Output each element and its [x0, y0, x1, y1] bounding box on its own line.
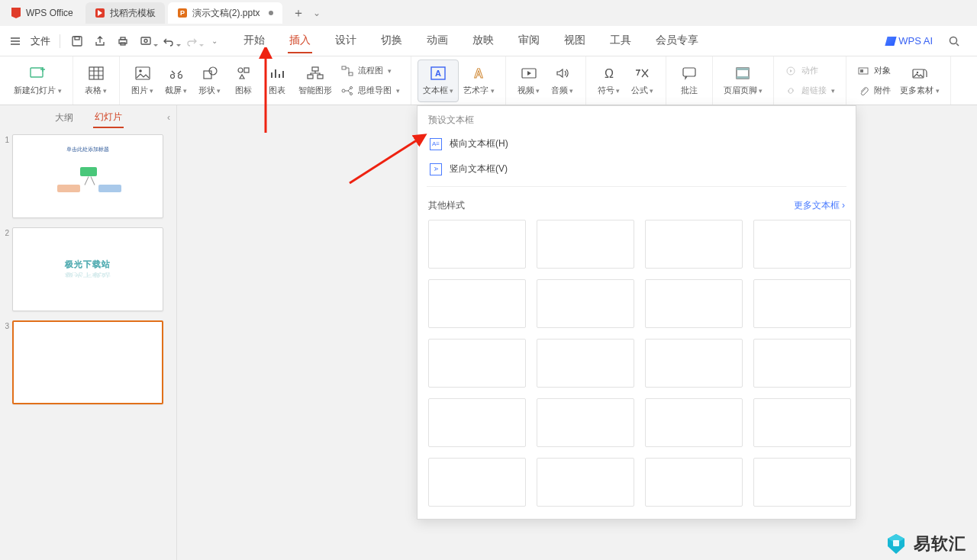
quickaccess-more-button[interactable]: ⌄: [204, 31, 225, 52]
textbox-style-item[interactable]: [537, 458, 634, 507]
svg-rect-8: [141, 37, 150, 44]
textbox-style-item[interactable]: [645, 398, 743, 447]
redo-button[interactable]: [181, 31, 202, 52]
tab-document[interactable]: P 演示文稿(2).pptx: [168, 2, 283, 24]
object-button[interactable]: 对象: [857, 62, 891, 80]
tab-design[interactable]: 设计: [334, 29, 358, 53]
ribbon-insert: 新建幻灯片 表格 图片 截屏 形状 图标 图表 智能图: [0, 56, 977, 105]
textbox-style-item[interactable]: [645, 220, 743, 269]
attachment-button[interactable]: 附件: [857, 82, 891, 100]
comment-button[interactable]: 批注: [672, 60, 706, 102]
textbox-dropdown: 预设文本框 A≡ 横向文本框(H) A 竖向文本框(V) 其他样式 更多文本框 …: [417, 105, 856, 520]
title-tab-bar: WPS Office 找稻壳模板 P 演示文稿(2).pptx ＋ ⌄: [0, 0, 977, 26]
icon-button[interactable]: 图标: [227, 60, 260, 102]
svg-point-42: [917, 72, 918, 73]
audio-icon: [554, 65, 571, 82]
new-tab-button[interactable]: ＋: [290, 5, 307, 21]
textbox-style-item[interactable]: [537, 398, 634, 447]
app-menu-button[interactable]: [5, 31, 26, 52]
print-button[interactable]: [112, 31, 134, 52]
textbox-style-item[interactable]: [753, 339, 851, 388]
tab-home[interactable]: WPS Office: [2, 2, 82, 24]
screenshot-button[interactable]: 截屏: [160, 60, 193, 102]
textbox-button[interactable]: A 文本框: [418, 60, 459, 102]
tab-home-label: WPS Office: [26, 8, 73, 18]
more-assets-button[interactable]: 更多素材: [895, 60, 944, 102]
equation-icon: [634, 65, 651, 82]
more-textbox-link[interactable]: 更多文本框 ›: [794, 199, 845, 212]
textbox-style-item[interactable]: [645, 339, 743, 388]
print-preview-button[interactable]: [135, 31, 156, 52]
slides-tab[interactable]: 幻灯片: [93, 108, 124, 128]
textbox-style-item[interactable]: [428, 398, 526, 447]
textbox-style-item[interactable]: [537, 279, 634, 328]
search-button[interactable]: [943, 31, 965, 52]
textbox-style-item[interactable]: [428, 220, 526, 269]
wps-ai-button[interactable]: WPS AI: [886, 35, 933, 47]
tab-transition[interactable]: 切换: [379, 29, 404, 53]
slide-thumb-2[interactable]: 极光下载站 极光下载站: [12, 227, 163, 311]
tab-list-button[interactable]: ⌄: [310, 8, 324, 18]
wordart-button[interactable]: A 艺术字: [459, 60, 499, 102]
tab-slideshow[interactable]: 放映: [471, 29, 495, 53]
svg-text:A: A: [435, 69, 441, 78]
file-menu[interactable]: 文件: [27, 34, 53, 48]
slide-number: 2: [2, 227, 9, 237]
headerfooter-button[interactable]: 页眉页脚: [719, 60, 768, 102]
vertical-textbox-item[interactable]: A 竖向文本框(V): [418, 156, 856, 182]
textbox-style-item[interactable]: [428, 458, 526, 507]
textbox-style-item[interactable]: [537, 220, 634, 269]
popup-preset-title: 预设文本框: [418, 106, 856, 131]
svg-rect-24: [342, 66, 346, 69]
save-button[interactable]: [66, 31, 88, 52]
svg-rect-12: [89, 67, 103, 79]
shape-button[interactable]: 形状: [193, 60, 227, 102]
picture-button[interactable]: 图片: [126, 60, 160, 102]
equation-button[interactable]: 公式: [626, 60, 659, 102]
thumbnail-list: 1 单击此处添加标题 2 极光下载站 极光下载站 3: [0, 130, 176, 560]
textbox-style-item[interactable]: [753, 398, 851, 447]
tab-review[interactable]: 审阅: [517, 29, 541, 53]
tab-view[interactable]: 视图: [563, 29, 587, 53]
wordart-icon: A: [470, 65, 487, 82]
audio-button[interactable]: 音频: [546, 60, 579, 102]
tab-start[interactable]: 开始: [242, 29, 266, 53]
textbox-style-item[interactable]: [645, 458, 743, 507]
tab-animation[interactable]: 动画: [425, 29, 450, 53]
tab-vip[interactable]: 会员专享: [654, 29, 700, 53]
chart-button[interactable]: 图表: [260, 60, 294, 102]
tab-tools[interactable]: 工具: [608, 29, 633, 53]
textbox-style-item[interactable]: [753, 458, 851, 507]
outline-tab[interactable]: 大纲: [53, 108, 75, 127]
tab-templates[interactable]: 找稻壳模板: [85, 2, 165, 24]
panel-tabs: 大纲 幻灯片 ‹: [0, 105, 176, 130]
hyperlink-button: 超链接: [785, 82, 835, 100]
svg-rect-25: [349, 72, 353, 76]
flowchart-button[interactable]: 流程图: [341, 62, 400, 80]
mindmap-button[interactable]: 思维导图: [341, 82, 400, 100]
smartart-button[interactable]: 智能图形: [294, 60, 337, 102]
headerfooter-icon: [734, 65, 751, 82]
new-slide-button[interactable]: 新建幻灯片: [9, 60, 66, 102]
undo-button[interactable]: [158, 31, 179, 52]
flowchart-icon: [341, 65, 353, 77]
collapse-panel-button[interactable]: ‹: [167, 112, 170, 123]
textbox-style-item[interactable]: [645, 279, 743, 328]
svg-point-16: [178, 75, 182, 79]
textbox-style-item[interactable]: [753, 279, 851, 328]
horizontal-textbox-item[interactable]: A≡ 横向文本框(H): [418, 131, 856, 156]
slide-thumb-3[interactable]: [12, 320, 163, 404]
textbox-style-item[interactable]: [428, 279, 526, 328]
textbox-style-item[interactable]: [753, 220, 851, 269]
svg-point-26: [342, 89, 345, 92]
video-button[interactable]: 视频: [512, 60, 546, 102]
table-button[interactable]: 表格: [79, 60, 113, 102]
textbox-style-item[interactable]: [537, 339, 634, 388]
textbox-style-item[interactable]: [428, 339, 526, 388]
svg-rect-34: [683, 68, 695, 76]
symbol-button[interactable]: Ω 符号: [592, 60, 626, 102]
export-button[interactable]: [89, 31, 111, 52]
wps-logo-icon: [11, 8, 21, 18]
slide-thumb-1[interactable]: 单击此处添加标题: [12, 134, 163, 218]
tab-insert[interactable]: 插入: [288, 29, 312, 53]
